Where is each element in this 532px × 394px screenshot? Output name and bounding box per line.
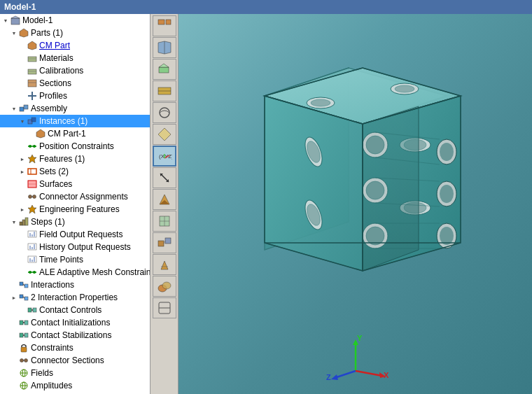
model-tree-panel: ▼Model-1▼Parts (1)CM PartMaterialsCalibr…: [0, 14, 150, 394]
tree-item-position-constraints[interactable]: Position Constraints: [0, 140, 150, 153]
tree-icon-model1: [10, 15, 21, 26]
tree-icon-amplitudes: [18, 380, 29, 391]
svg-rect-57: [24, 321, 28, 325]
svg-point-80: [160, 108, 169, 118]
svg-point-64: [24, 359, 28, 363]
tree-toggle-profiles: [18, 92, 27, 100]
tree-item-interactions[interactable]: Interactions: [0, 279, 150, 291]
svg-point-46: [33, 271, 36, 274]
tree-toggle-cm-part: [18, 41, 27, 50]
tree-toggle-connector-assignments: [18, 192, 27, 201]
3d-viewport[interactable]: Y Z X: [178, 14, 532, 394]
tree-item-sections[interactable]: Sections: [0, 77, 150, 90]
tree-label-connector-sections: Connector Sections: [31, 356, 104, 365]
tree-item-constraints[interactable]: Constraints: [0, 342, 150, 354]
tree-toggle-time-points: [18, 255, 27, 264]
toolbar-btn-11[interactable]: [153, 232, 176, 253]
tree-item-cm-part-1[interactable]: CM Part-1: [0, 127, 150, 140]
svg-marker-77: [159, 64, 169, 67]
toolbar-btn-3[interactable]: [153, 59, 176, 80]
tree-item-fields[interactable]: Fields: [0, 367, 150, 379]
toolbar-btn-14[interactable]: [153, 297, 176, 318]
svg-point-123: [366, 181, 384, 199]
tree-item-ale-mesh[interactable]: ALE Adaptive Mesh Constrain: [0, 266, 150, 279]
tree-toggle-calibrations: [18, 66, 27, 75]
tree-toggle-fields: [10, 369, 18, 377]
toolbar-btn-4[interactable]: [153, 80, 176, 101]
tree-item-time-points[interactable]: Time Points: [0, 253, 150, 266]
tree-item-contact-init[interactable]: Contact Initializations: [0, 316, 150, 329]
tree-item-assembly[interactable]: ▼Assembly: [0, 102, 150, 115]
toolbar-btn-12[interactable]: [153, 254, 176, 275]
svg-point-127: [440, 143, 454, 161]
tree-item-instances[interactable]: ▼Instances (1): [0, 115, 150, 127]
window-title: Model-1: [4, 2, 36, 12]
tree-item-cm-part[interactable]: CM Part: [0, 39, 150, 52]
tree-item-model1[interactable]: ▼Model-1: [0, 14, 150, 27]
svg-rect-50: [20, 295, 23, 298]
tree-item-interaction-props[interactable]: ►2 Interaction Properties: [0, 291, 150, 304]
tree-item-calibrations[interactable]: Calibrations: [0, 64, 150, 77]
tree-label-profiles: Profiles: [39, 91, 67, 101]
tree-item-profiles[interactable]: Profiles: [0, 90, 150, 102]
svg-text:(XYZ): (XYZ): [159, 153, 172, 160]
toolbar-btn-1[interactable]: [153, 15, 176, 36]
tree-label-sections: Sections: [39, 78, 71, 88]
tree-item-parts[interactable]: ▼Parts (1): [0, 27, 150, 39]
tree-toggle-connector-sections: [10, 356, 18, 365]
toolbar-btn-8[interactable]: [153, 167, 176, 188]
svg-point-26: [33, 195, 36, 199]
tree-icon-profiles: [27, 90, 38, 101]
tree-label-cm-part-1: CM Part-1: [48, 129, 86, 139]
tree-toggle-engineering-features[interactable]: ►: [18, 205, 27, 213]
tree-icon-contact-controls: [27, 304, 38, 316]
tree-item-sets[interactable]: ►Sets (2): [0, 165, 150, 178]
tree-label-ale-mesh: ALE Adaptive Mesh Constrain: [39, 267, 150, 277]
svg-point-63: [20, 359, 24, 363]
svg-rect-0: [11, 18, 20, 24]
tree-label-field-output: Field Output Requests: [39, 230, 122, 239]
tree-icon-contact-stab: [18, 330, 29, 341]
tree-toggle-sets[interactable]: ►: [18, 167, 27, 176]
tree-item-engineering-features[interactable]: ►Engineering Features: [0, 203, 150, 216]
svg-marker-28: [28, 205, 36, 213]
tree-label-interactions: Interactions: [31, 280, 74, 290]
tree-item-surfaces[interactable]: Surfaces: [0, 178, 150, 190]
toolbar-btn-9[interactable]: [153, 189, 176, 210]
tree-item-amplitudes[interactable]: Amplitudes: [0, 379, 150, 392]
tree-item-contact-controls[interactable]: Contact Controls: [0, 304, 150, 316]
tree-label-sets: Sets (2): [39, 167, 69, 176]
tree-item-features[interactable]: ►Features (1): [0, 153, 150, 165]
tree-item-materials[interactable]: Materials: [0, 52, 150, 64]
tree-label-steps: Steps (1): [31, 217, 65, 227]
svg-rect-73: [166, 20, 171, 24]
tree-label-history-output: History Output Requests: [39, 242, 131, 252]
tree-item-contact-stab[interactable]: Contact Stabilizations: [0, 329, 150, 342]
tree-toggle-contact-controls: [18, 306, 27, 314]
toolbar-btn-2[interactable]: [153, 37, 176, 58]
tree-toggle-assembly[interactable]: ▼: [10, 104, 18, 113]
tree-item-history-output[interactable]: History Output Requests: [0, 241, 150, 253]
toolbar-btn-13[interactable]: [153, 276, 176, 297]
tree-toggle-instances[interactable]: ▼: [18, 117, 27, 125]
tree-item-connector-sections[interactable]: Connector Sections: [0, 354, 150, 367]
toolbar-strip: (XYZ): [150, 14, 178, 394]
tree-item-field-output[interactable]: Field Output Requests: [0, 228, 150, 241]
tree-toggle-steps[interactable]: ▼: [10, 218, 18, 226]
tree-toggle-model1[interactable]: ▼: [1, 16, 10, 24]
toolbar-btn-7[interactable]: (XYZ): [153, 146, 176, 167]
tree-item-connector-assignments[interactable]: Connector Assignments: [0, 190, 150, 203]
toolbar-btn-10[interactable]: [153, 211, 176, 232]
tree-toggle-parts[interactable]: ▼: [10, 29, 18, 37]
svg-point-99: [162, 282, 171, 289]
tree-label-features: Features (1): [39, 154, 85, 164]
toolbar-btn-6[interactable]: [153, 124, 176, 145]
svg-rect-59: [20, 333, 23, 337]
tree-toggle-features[interactable]: ►: [18, 155, 27, 163]
toolbar-btn-5[interactable]: [153, 102, 176, 123]
tree-toggle-interaction-props[interactable]: ►: [10, 293, 18, 302]
tree-icon-parts: [18, 27, 29, 38]
tree-toggle-position-constraints: [18, 142, 27, 150]
tree-item-steps[interactable]: ▼Steps (1): [0, 216, 150, 228]
tree-toggle-interactions: [10, 281, 18, 289]
